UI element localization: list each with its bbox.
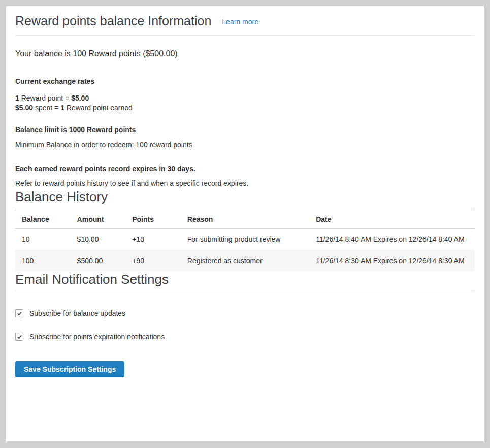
cell-date: 11/26/14 8:40 AM Expires on 12/26/14 8:4…: [309, 229, 475, 250]
reward-points-card: Reward points balance Information Learn …: [6, 6, 484, 441]
cell-reason: For submitting product review: [181, 229, 309, 250]
exchange-rates-heading: Current exchange rates: [15, 77, 475, 86]
expiry-statement: Each earned reward points record expires…: [15, 164, 475, 174]
check-icon: [17, 311, 22, 316]
minimum-balance-note: Minimum Balance in order to redeem: 100 …: [15, 140, 475, 150]
page-header: Reward points balance Information Learn …: [15, 13, 475, 28]
subscribe-balance-updates-label: Subscribe for balance updates: [29, 309, 125, 317]
exchange-rates-lines: 1 Reward point = $5.00 $5.00 spent = 1 R…: [15, 93, 475, 113]
subscribe-expiration-label: Subscribe for points expiration notifica…: [29, 333, 165, 341]
balance-summary: Your balance is 100 Reward points ($500.…: [15, 48, 475, 59]
table-row: 100 $500.00 +90 Registered as customer 1…: [15, 250, 475, 271]
subscribe-balance-updates-row: Subscribe for balance updates: [15, 309, 475, 317]
cell-reason: Registered as customer: [181, 250, 309, 271]
column-header-date: Date: [309, 210, 475, 229]
save-subscription-settings-button[interactable]: Save Subscription Settings: [15, 361, 124, 377]
check-icon: [17, 334, 22, 340]
subscribe-expiration-checkbox[interactable]: [15, 333, 23, 341]
subscribe-balance-updates-checkbox[interactable]: [15, 309, 23, 317]
balance-limit: Balance limit is 1000 Reward points: [15, 125, 475, 135]
cell-balance: 100: [15, 250, 71, 271]
cell-amount: $500.00: [71, 250, 126, 271]
cell-balance: 10: [15, 229, 71, 250]
column-header-amount: Amount: [71, 210, 126, 229]
page-title: Reward points balance Information: [15, 13, 211, 28]
email-settings-divider: [15, 291, 475, 291]
header-divider: [15, 35, 475, 36]
cell-date: 11/26/14 8:30 AM Expires on 12/26/14 8:3…: [309, 250, 475, 271]
balance-history-table: Balance Amount Points Reason Date 10 $10…: [15, 210, 475, 271]
cell-points: +90: [125, 250, 181, 271]
balance-history-heading: Balance History: [15, 188, 475, 205]
learn-more-link[interactable]: Learn more: [222, 18, 258, 26]
email-settings-heading: Email Notification Settings: [15, 271, 475, 287]
subscribe-expiration-row: Subscribe for points expiration notifica…: [15, 333, 475, 341]
column-header-reason: Reason: [181, 210, 309, 229]
column-header-balance: Balance: [15, 210, 71, 229]
table-row: 10 $10.00 +10 For submitting product rev…: [15, 229, 475, 250]
cell-points: +10: [125, 229, 181, 250]
cell-amount: $10.00: [71, 229, 126, 250]
rate-line-currency-to-point: $5.00 spent = 1 Reward point earned: [15, 104, 133, 112]
expiry-note: Refer to reward points history to see if…: [15, 179, 475, 188]
column-header-points: Points: [125, 210, 181, 229]
rate-line-point-to-currency: 1 Reward point = $5.00: [15, 94, 89, 102]
table-header-row: Balance Amount Points Reason Date: [15, 210, 475, 229]
